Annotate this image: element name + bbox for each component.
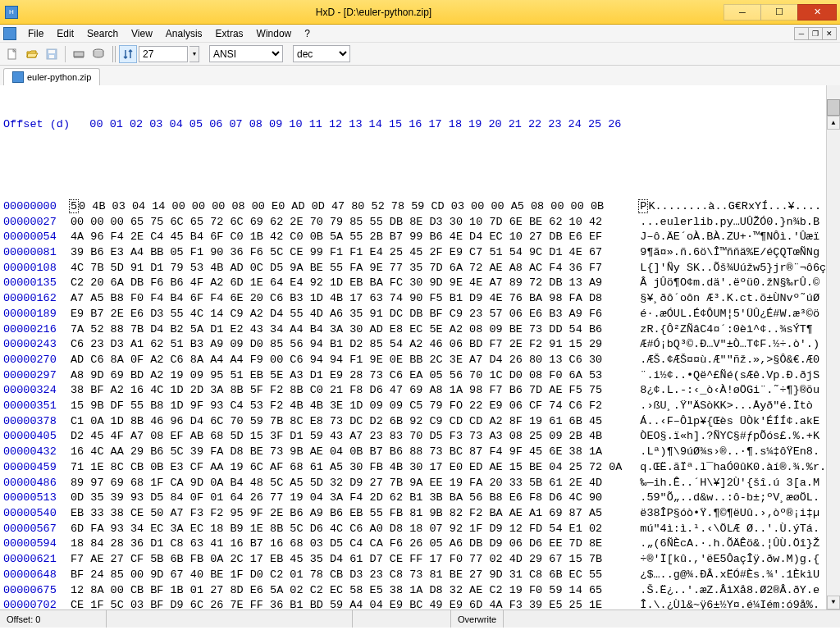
hex-row[interactable]: 00000405D2 45 4F A7 08 EF AB 68 5D 15 3F… — [3, 429, 837, 445]
menu-extras[interactable]: Extras — [209, 26, 250, 41]
hex-cell[interactable]: 18 84 28 36 D1 C8 63 41 16 B7 16 68 03 D… — [71, 536, 620, 552]
hex-row[interactable]: 00000621F7 AE 27 CF 5B 6B FB 0A 2C 17 EB… — [3, 552, 837, 568]
ascii-cell[interactable]: Á..‹F–Ôlp¥{Œès ÜÒk'ÉÍÍ¢.akE — [640, 414, 819, 430]
hex-cell[interactable]: 7A 52 88 7B D4 B2 5A D1 E2 43 34 A4 B4 3… — [71, 322, 620, 338]
hex-cell[interactable]: C2 20 6A DB F6 B6 4F A2 6D 1E 64 E4 92 1… — [71, 276, 620, 291]
ascii-cell[interactable]: zR.{Ô²ZÑâC4¤´:0­èì^¢..¾sÝT¶ — [640, 322, 813, 338]
hex-row[interactable]: 00000297A8 9D 69 BD A2 19 09 95 51 EB 5E… — [3, 368, 837, 384]
hex-cell[interactable]: 4C 7B 5D 91 D1 79 53 4B AD 0C D5 9A BE 5… — [71, 261, 620, 276]
hex-cell[interactable]: 16 4C AA 29 B6 5C 39 FA D8 BE 73 9B AE 0… — [71, 445, 620, 460]
hex-cell[interactable]: E9 B7 2E E6 D3 55 4C 14 C9 A2 D4 55 4D A… — [71, 307, 620, 322]
hex-cell[interactable]: 00 00 00 65 75 6C 65 72 6C 69 62 2E 70 7… — [71, 215, 620, 231]
ascii-cell[interactable]: Æ#Ó¡bQ³©.Ð…V"±Ò…T¢F.½÷.ò'.) — [640, 337, 819, 353]
hex-row[interactable]: 0000067512 8A 00 CB BF 1B 01 27 8D E6 5A… — [3, 583, 837, 599]
ascii-cell[interactable]: .59"Õ„..d&w..:ô-b±;ºV¸æøÖL. — [640, 491, 819, 506]
ascii-cell[interactable]: Î.\.¿Ùl&~ÿ6±½Y¤.é¼Iém:ó9å%. — [640, 598, 819, 609]
hex-cell[interactable]: 4A 96 F4 2E C4 45 B4 6F C0 1B 42 C0 0B 5… — [71, 230, 620, 245]
hex-row[interactable]: 0000048689 97 69 68 1F CA 9D 0A B4 48 5C… — [3, 476, 837, 491]
hex-row[interactable]: 00000648BF 24 85 00 9D 67 40 BE 1F D0 C2… — [3, 568, 837, 583]
hex-row[interactable]: 0000035115 9B DF 55 B8 1D 9F 93 C4 53 F2… — [3, 399, 837, 414]
hex-row[interactable]: 00000135C2 20 6A DB F6 B6 4F A2 6D 1E 64… — [3, 276, 837, 291]
scroll-up-button[interactable]: ▲ — [827, 116, 840, 130]
menu-edit[interactable]: Edit — [50, 26, 80, 41]
ascii-cell[interactable]: ÷®'Ï[kû.,'ëE5ÔaçÎÿ.ðw.M)g.{ — [640, 552, 819, 568]
ascii-cell[interactable]: 9¶ã¤».ñ.6ö\Î™ññä%E/éÇQTœÑNg — [640, 245, 819, 261]
hex-row[interactable]: 00000378C1 0A 1D 8B 46 96 D4 6C 70 59 7B… — [3, 414, 837, 430]
menu-view[interactable]: View — [125, 26, 159, 41]
scroll-down-button[interactable]: ▼ — [827, 596, 840, 609]
hex-row[interactable]: 0000000050 4B 03 04 14 00 00 00 08 00 E0… — [3, 199, 837, 215]
ascii-cell[interactable]: ‰—ih.Ê..´H\¥]2Ù'{šî.ú 3[a.M — [640, 476, 819, 491]
hex-cell[interactable]: 38 BF A2 16 4C 1D 2D 3A 8B 5F F2 8B C0 2… — [71, 383, 620, 399]
hex-cell[interactable]: C6 23 D3 A1 62 51 B3 A9 09 D0 85 56 94 B… — [71, 337, 620, 353]
save-button[interactable] — [43, 45, 61, 63]
hex-row[interactable]: 0000043216 4C AA 29 B6 5C 39 FA D8 BE 73… — [3, 445, 837, 460]
hex-cell[interactable]: A8 9D 69 BD A2 19 09 95 51 EB 5E A3 D1 E… — [71, 368, 620, 384]
ascii-cell[interactable]: ¨.i½¢..•Që^£Ñé(sÆê.Vp.Ð.ðjS — [640, 368, 819, 384]
hex-row[interactable]: 000005130D 35 39 93 D5 84 0F 01 64 26 77… — [3, 491, 837, 506]
close-button[interactable]: ✕ — [797, 4, 837, 21]
ascii-cell[interactable]: ë38ÎP§óò•Ÿ.¶©¶ëUû.›‚òº®¡i‡µ — [640, 506, 819, 522]
hex-row[interactable]: 00000702CE 1F 5C 03 BF D9 6C 26 7E FF 36… — [3, 598, 837, 609]
hex-cell[interactable]: A7 A5 B8 F0 F4 B4 6F F4 6E 20 C6 B3 1D 4… — [71, 291, 620, 307]
menu-search[interactable]: Search — [80, 26, 125, 41]
ascii-cell[interactable]: PK........à..G€RxYÍ...¥.... — [640, 199, 821, 215]
hex-row[interactable]: 00000540EB 33 38 CE 50 A7 F3 F2 95 9F 2E… — [3, 506, 837, 522]
hex-cell[interactable]: 6D FA 93 34 EC 3A EC 18 B9 1E 8B 5C D6 4… — [71, 522, 620, 537]
ascii-cell[interactable]: q.ŒË.ãÏª.l¯haÓ0ûK0.àí®.¾.%r. — [640, 460, 826, 476]
hex-row[interactable]: 00000243C6 23 D3 A1 62 51 B3 A9 09 D0 85… — [3, 337, 837, 353]
hex-cell[interactable]: 0D 35 39 93 D5 84 0F 01 64 26 77 19 04 3… — [71, 491, 620, 506]
hex-row[interactable]: 0000032438 BF A2 16 4C 1D 2D 3A 8B 5F F2… — [3, 383, 837, 399]
hex-row[interactable]: 0000008139 B6 E3 A4 BB 05 F1 90 36 F6 5C… — [3, 245, 837, 261]
ascii-cell[interactable]: .Š.Ë¿..'.æZ.ÂìXå8.Ø2®Â.ðY.e — [640, 583, 819, 599]
hex-row[interactable]: 000005676D FA 93 34 EC 3A EC 18 B9 1E 8B… — [3, 522, 837, 537]
maximize-button[interactable]: ☐ — [760, 4, 798, 21]
arrows-icon[interactable] — [119, 45, 137, 63]
ascii-cell[interactable]: é·.æÓUL.É¢ÔUM¦5'ÜÛ¿É#W.æ³©ö — [640, 307, 819, 322]
menu-window[interactable]: Window — [250, 26, 299, 41]
bytes-per-row-dropdown[interactable]: ▾ — [189, 46, 199, 62]
toolbar-grip[interactable] — [112, 46, 117, 62]
mdi-restore[interactable]: ❐ — [808, 27, 823, 40]
ascii-cell[interactable]: §¥¸ðô´oôn Æ³.K.ct.õ±ÙNvº˜úØ — [640, 291, 819, 307]
hex-row[interactable]: 0000045971 1E 8C CB 0B E3 CF AA 19 6C AF… — [3, 460, 837, 476]
hex-cell[interactable]: BF 24 85 00 9D 67 40 BE 1F D0 C2 01 78 C… — [71, 568, 620, 583]
hex-view[interactable]: Offset (d) 00 01 02 03 04 05 06 07 08 09… — [0, 85, 840, 609]
ram-button[interactable] — [70, 45, 88, 63]
hex-cell[interactable]: F7 AE 27 CF 5B 6B FB 0A 2C 17 EB 45 35 D… — [71, 552, 620, 568]
ascii-cell[interactable]: ÒEO§.ï«h].?ÑYC§#ƒpÕós£.%.+K — [640, 429, 819, 445]
hex-cell[interactable]: 89 97 69 68 1F CA 9D 0A B4 48 5C A5 5D 3… — [71, 476, 620, 491]
hex-row[interactable]: 000001084C 7B 5D 91 D1 79 53 4B AD 0C D5… — [3, 261, 837, 276]
new-button[interactable] — [3, 45, 21, 63]
charset-select[interactable]: ANSI — [209, 45, 283, 62]
disk-button[interactable] — [89, 45, 107, 63]
ascii-cell[interactable]: .Lª)¶\9úØ¾s›®..·¶.s¼‡ôŸEn8. — [640, 445, 819, 460]
ascii-cell[interactable]: ¿$…..g@¾.ÐÂ.xËÓ#Ès.¾'.1ÈkìU — [640, 568, 819, 583]
hex-cell[interactable]: 12 8A 00 CB BF 1B 01 27 8D E6 5A 02 C2 E… — [71, 583, 620, 599]
ascii-cell[interactable]: 8¿¢.L.-:‹_ò‹À!øÖGi¨.˜÷¶}®õu — [640, 383, 819, 399]
bytes-per-row-input[interactable] — [139, 46, 188, 62]
hex-cell[interactable]: EB 33 38 CE 50 A7 F3 F2 95 9F 2E B6 A9 B… — [71, 506, 620, 522]
vertical-scrollbar[interactable]: ▲ ▼ — [826, 85, 840, 609]
tab-file[interactable]: euler-python.zip — [3, 68, 100, 85]
hex-cell[interactable]: 39 B6 E3 A4 BB 05 F1 90 36 F6 5C CE 99 F… — [71, 245, 620, 261]
ascii-cell[interactable]: ...eulerlib.py…UÛŽÓ0.}n¾b.B — [640, 215, 819, 231]
ascii-cell[interactable]: .„(6ÑÈcA.·.h.ÕÄÊö&.¦ÛÙ.Öî}Ž — [640, 536, 819, 552]
ascii-cell[interactable]: .›ßU¸.Ÿ"ÄSòKK>...Åyð"é.Ïtò — [640, 399, 813, 414]
menu-help[interactable]: ? — [298, 26, 317, 41]
hex-cell[interactable]: AD C6 8A 0F A2 C6 8A A4 A4 F9 00 C6 94 9… — [71, 353, 620, 368]
minimize-button[interactable]: ─ — [724, 4, 761, 21]
hex-row[interactable]: 000000544A 96 F4 2E C4 45 B4 6F C0 1B 42… — [3, 230, 837, 245]
hex-row[interactable]: 00000162A7 A5 B8 F0 F4 B4 6F F4 6E 20 C6… — [3, 291, 837, 307]
app-menu-icon[interactable] — [3, 27, 16, 40]
ascii-cell[interactable]: J–ô.ÄE´oÀ.BÀ.ZU+·™¶NÔì.'Ûæï — [640, 230, 819, 245]
menu-file[interactable]: File — [21, 26, 50, 41]
menu-analysis[interactable]: Analysis — [159, 26, 209, 41]
hex-row[interactable]: 00000189E9 B7 2E E6 D3 55 4C 14 C9 A2 D4… — [3, 307, 837, 322]
hex-cell[interactable]: 15 9B DF 55 B8 1D 9F 93 C4 53 F2 4B 4B 3… — [71, 399, 620, 414]
hex-cell[interactable]: D2 45 4F A7 08 EF AB 68 5D 15 3F D1 59 4… — [71, 429, 620, 445]
ascii-cell[interactable]: Â jÛö¶O¢m.dä'.ëºü0.žN§‰rÛ.© — [640, 276, 819, 291]
ascii-cell[interactable]: mú"4ì:ì.¹.‹\ÖLÆ Ø..'.Ù.ýTá. — [640, 522, 819, 537]
base-select[interactable]: dec — [293, 45, 350, 62]
mdi-close[interactable]: ✕ — [822, 27, 837, 40]
